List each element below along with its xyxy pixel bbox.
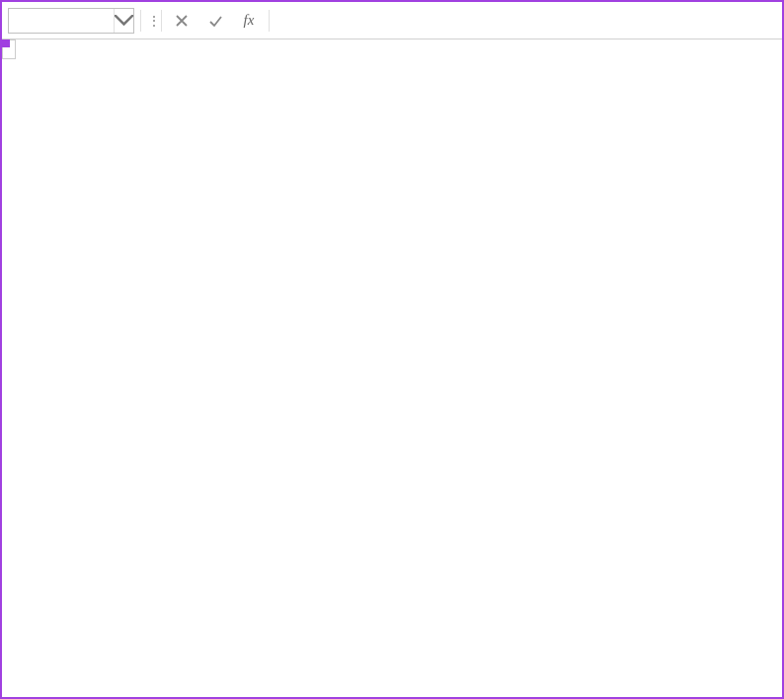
cancel-icon[interactable] — [168, 9, 196, 33]
name-box[interactable] — [8, 8, 134, 34]
formula-tooltip — [2, 39, 16, 59]
separator — [269, 10, 270, 32]
formula-input[interactable] — [275, 8, 776, 34]
formula-autocomplete-dropdown[interactable] — [2, 39, 4, 41]
insert-function-icon[interactable]: fx — [235, 9, 263, 33]
name-box-dropdown[interactable] — [114, 9, 133, 33]
formula-bar: ⋮ fx — [2, 2, 782, 39]
enter-icon[interactable] — [201, 9, 229, 33]
spreadsheet-grid[interactable] — [2, 39, 782, 697]
separator — [140, 10, 141, 32]
separator — [161, 10, 162, 32]
expand-dots-icon[interactable]: ⋮ — [147, 13, 155, 29]
